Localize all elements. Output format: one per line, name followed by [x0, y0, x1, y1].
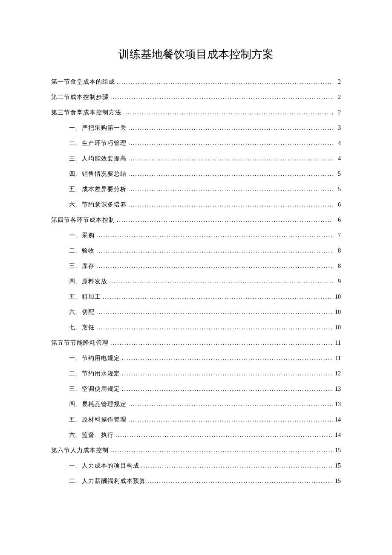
toc-entry-page: 8 — [333, 247, 341, 254]
toc-entry: 三、空调使用规定13 — [51, 385, 341, 393]
toc-entry-label: 四、销售情况要总结 — [69, 170, 127, 178]
toc-entry-page: 15 — [333, 478, 341, 485]
toc-entry-label: 二、人力薪酬福利成本预算 — [69, 477, 146, 485]
toc-entry-leader — [107, 278, 333, 285]
toc-entry: 三、库存8 — [51, 262, 341, 270]
toc-entry-page: 14 — [333, 432, 341, 439]
toc-entry-page: 11 — [333, 355, 341, 362]
toc-entry-label: 一、节约用电规定 — [69, 355, 120, 362]
toc-entry: 二、节约用水规定12 — [51, 370, 341, 378]
toc-entry-label: 五、成本差异要分析 — [69, 186, 127, 193]
table-of-contents: 第一节食堂成本的组成2第二节成本控制步骤2第三节食堂成本控制方法2一、严把采购第… — [51, 78, 341, 485]
toc-entry: 四、原料发放9 — [51, 278, 341, 285]
toc-entry-label: 七、烹饪 — [69, 324, 95, 331]
toc-entry-label: 第四节各环节成本控制 — [51, 216, 115, 224]
toc-entry-label: 一、采购 — [69, 232, 95, 239]
toc-entry-leader — [120, 386, 333, 392]
toc-entry: 第五节节能降耗管理11 — [51, 339, 341, 347]
toc-entry-leader — [127, 201, 333, 208]
toc-entry-label: 第六节人力成本控制 — [51, 447, 109, 454]
toc-entry-leader — [120, 355, 333, 362]
toc-entry-label: 一、人力成本的项目构成 — [69, 462, 139, 470]
toc-entry-page: 14 — [333, 416, 341, 423]
toc-entry-page: 10 — [333, 324, 341, 331]
toc-entry-leader — [127, 416, 333, 423]
toc-entry-leader — [127, 401, 333, 408]
toc-entry-page: 8 — [333, 263, 341, 270]
toc-entry-label: 五、原材料操作管理 — [69, 416, 127, 424]
toc-entry-page: 9 — [333, 278, 341, 285]
toc-entry-page: 2 — [333, 78, 341, 85]
toc-entry: 第一节食堂成本的组成2 — [51, 78, 341, 86]
document-title: 训练基地餐饮项目成本控制方案 — [51, 47, 341, 62]
toc-entry-label: 三、空调使用规定 — [69, 385, 120, 393]
toc-entry-page: 5 — [333, 186, 341, 193]
toc-entry-leader — [127, 186, 333, 193]
toc-entry-label: 六、切配 — [69, 308, 95, 316]
toc-entry: 六、节约意识多培养6 — [51, 201, 341, 209]
toc-entry: 四、销售情况要总结5 — [51, 170, 341, 178]
toc-entry-page: 11 — [333, 340, 341, 346]
toc-entry-leader — [114, 432, 333, 439]
toc-entry: 一、严把采购第一关3 — [51, 124, 341, 132]
toc-entry-page: 15 — [333, 462, 341, 469]
toc-entry-leader — [95, 324, 333, 331]
toc-entry-leader — [95, 309, 333, 316]
toc-entry: 四、易耗品管理规定13 — [51, 401, 341, 408]
toc-entry-label: 四、原料发放 — [69, 278, 107, 285]
toc-entry-page: 15 — [333, 447, 341, 454]
toc-entry-label: 五、粗加工 — [69, 293, 101, 301]
toc-entry-page: 6 — [333, 217, 341, 224]
toc-entry: 二、人力薪酬福利成本预算15 — [51, 477, 341, 485]
toc-entry-label: 六、监督、执行 — [69, 431, 114, 439]
toc-entry: 二、生产环节巧管理4 — [51, 139, 341, 147]
toc-entry: 二、验收8 — [51, 247, 341, 255]
toc-entry-leader — [109, 94, 333, 101]
toc-entry: 七、烹饪10 — [51, 324, 341, 331]
toc-entry-label: 二、验收 — [69, 247, 95, 255]
toc-entry-label: 第二节成本控制步骤 — [51, 93, 109, 101]
toc-entry-page: 13 — [333, 386, 341, 392]
toc-entry-leader — [115, 217, 333, 224]
toc-entry-leader — [121, 109, 333, 116]
toc-entry-leader — [139, 462, 333, 469]
toc-entry-leader — [95, 232, 333, 239]
toc-entry-leader — [127, 155, 333, 162]
toc-entry-label: 四、易耗品管理规定 — [69, 401, 127, 408]
toc-entry: 一、人力成本的项目构成15 — [51, 462, 341, 470]
toc-entry-page: 3 — [333, 125, 341, 131]
toc-entry-label: 六、节约意识多培养 — [69, 201, 127, 209]
toc-entry-leader — [115, 78, 333, 85]
toc-entry-page: 6 — [333, 201, 341, 208]
toc-entry-page: 4 — [333, 140, 341, 147]
toc-entry-leader — [95, 263, 333, 270]
toc-entry-label: 三、人均能效要提高 — [69, 155, 127, 163]
toc-entry: 六、监督、执行14 — [51, 431, 341, 439]
toc-entry-leader — [120, 370, 333, 377]
document-page: 训练基地餐饮项目成本控制方案 第一节食堂成本的组成2第二节成本控制步骤2第三节食… — [0, 0, 392, 518]
toc-entry-page: 2 — [333, 109, 341, 116]
toc-entry-label: 第三节食堂成本控制方法 — [51, 109, 121, 116]
toc-entry-page: 5 — [333, 171, 341, 177]
toc-entry-leader — [109, 447, 333, 454]
toc-entry-leader — [127, 140, 333, 147]
toc-entry-page: 12 — [333, 370, 341, 377]
toc-entry-page: 7 — [333, 232, 341, 239]
toc-entry: 第四节各环节成本控制6 — [51, 216, 341, 224]
toc-entry-leader — [101, 293, 333, 300]
toc-entry: 第三节食堂成本控制方法2 — [51, 109, 341, 116]
toc-entry-leader — [127, 171, 333, 177]
toc-entry: 三、人均能效要提高4 — [51, 155, 341, 163]
toc-entry: 五、成本差异要分析5 — [51, 186, 341, 193]
toc-entry-page: 4 — [333, 155, 341, 162]
toc-entry-page: 10 — [333, 309, 341, 316]
toc-entry-page: 2 — [333, 94, 341, 101]
toc-entry-label: 二、节约用水规定 — [69, 370, 120, 378]
toc-entry-label: 第一节食堂成本的组成 — [51, 78, 115, 86]
toc-entry-label: 二、生产环节巧管理 — [69, 139, 127, 147]
toc-entry: 五、粗加工10 — [51, 293, 341, 301]
toc-entry-leader — [127, 125, 333, 131]
toc-entry: 一、采购7 — [51, 232, 341, 239]
toc-entry: 第六节人力成本控制15 — [51, 447, 341, 454]
toc-entry: 五、原材料操作管理14 — [51, 416, 341, 424]
